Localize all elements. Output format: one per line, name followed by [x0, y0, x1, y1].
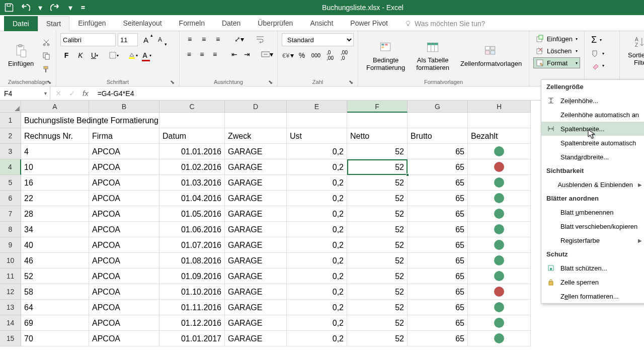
cell[interactable]: 52	[347, 284, 408, 300]
conditional-formatting-button[interactable]: Bedingte Formatierung	[362, 38, 409, 73]
autosum-button[interactable]: Σ▾	[589, 33, 615, 47]
cell[interactable]: Firma	[89, 128, 159, 144]
cell[interactable]: Buchungsliste Bedingte Formatierung	[21, 113, 89, 128]
format-menu-item[interactable]: Ausblenden & Einblenden▶	[541, 177, 644, 192]
row-header-14[interactable]: 14	[0, 315, 21, 331]
cell[interactable]: 52	[347, 175, 408, 191]
cell[interactable]: 0,2	[287, 191, 347, 206]
cell[interactable]: GARAGE	[225, 284, 287, 300]
cell[interactable]: 52	[347, 191, 408, 206]
cell[interactable]: 0,2	[287, 222, 347, 237]
cell[interactable]: 01.09.2016	[159, 268, 225, 284]
align-middle-button[interactable]: ≡	[198, 33, 210, 45]
col-header-H[interactable]: H	[468, 101, 531, 113]
col-header-E[interactable]: E	[287, 101, 347, 113]
cell[interactable]: APCOA	[89, 284, 159, 300]
cell[interactable]: APCOA	[89, 175, 159, 191]
cell[interactable]: 65	[408, 315, 468, 331]
cell[interactable]: Bezahlt	[468, 128, 531, 144]
cell[interactable]: 01.12.2016	[159, 315, 225, 331]
cell[interactable]: APCOA	[89, 144, 159, 159]
align-bottom-button[interactable]: ≡	[212, 33, 224, 45]
cell[interactable]: 52	[347, 300, 408, 315]
cell[interactable]: 01.10.2016	[159, 284, 225, 300]
enter-formula-button[interactable]: ✓	[69, 89, 75, 98]
cell[interactable]	[468, 253, 531, 268]
cell[interactable]: 34	[21, 222, 89, 237]
col-header-A[interactable]: A	[21, 101, 89, 113]
increase-indent-button[interactable]: ⇥	[242, 48, 253, 60]
italic-button[interactable]: K	[74, 49, 87, 61]
cell[interactable]: 64	[21, 300, 89, 315]
format-menu-item[interactable]: Blatt verschieben/kopieren	[541, 219, 644, 233]
cell[interactable]: 65	[408, 222, 468, 237]
cell[interactable]: 01.02.2016	[159, 159, 225, 175]
align-center-button[interactable]: ≡	[197, 48, 208, 60]
cell[interactable]: 52	[21, 268, 89, 284]
name-box[interactable]: F4▼	[0, 86, 50, 100]
launcher-icon[interactable]: ⬊	[348, 79, 354, 85]
cell[interactable]: 69	[21, 315, 89, 331]
cell[interactable]: 0,2	[287, 237, 347, 253]
cell[interactable]: Rechnugs Nr.	[21, 128, 89, 144]
cell[interactable]: APCOA	[89, 159, 159, 175]
font-color-button[interactable]: A▾	[141, 49, 153, 61]
cell[interactable]	[468, 144, 531, 159]
cell[interactable]: APCOA	[89, 300, 159, 315]
format-menu-item[interactable]: Spaltenbreite automatisch	[541, 136, 644, 150]
percent-button[interactable]: %	[296, 49, 308, 61]
cell[interactable]	[89, 113, 159, 128]
cell[interactable]: GARAGE	[225, 268, 287, 284]
cell[interactable]: APCOA	[89, 191, 159, 206]
cell[interactable]: 01.01.2017	[159, 331, 225, 346]
cell[interactable]: 4	[21, 144, 89, 159]
cell[interactable]: GARAGE	[225, 191, 287, 206]
row-header-3[interactable]: 3	[0, 144, 21, 159]
cell[interactable]: GARAGE	[225, 175, 287, 191]
row-header-2[interactable]: 2	[0, 128, 21, 144]
fill-button[interactable]: ▾	[589, 48, 615, 59]
row-header-10[interactable]: 10	[0, 253, 21, 268]
wrap-text-button[interactable]	[254, 33, 266, 45]
cell[interactable]	[159, 113, 225, 128]
row-header-7[interactable]: 7	[0, 206, 21, 222]
cell[interactable]: Datum	[159, 128, 225, 144]
cell[interactable]: 65	[408, 191, 468, 206]
cell[interactable]: 0,2	[287, 300, 347, 315]
redo-button[interactable]	[50, 3, 60, 13]
decrease-decimal-button[interactable]: ,00,0	[338, 49, 350, 61]
cell[interactable]: 65	[408, 331, 468, 346]
col-header-F[interactable]: F	[347, 101, 408, 113]
cell[interactable]: 52	[347, 315, 408, 331]
underline-button[interactable]: U▾	[89, 49, 101, 61]
shrink-font-button[interactable]: A▾	[154, 34, 166, 46]
cell[interactable]	[408, 113, 468, 128]
orientation-button[interactable]: ⤢▾	[233, 33, 245, 45]
cell[interactable]: APCOA	[89, 315, 159, 331]
increase-decimal-button[interactable]: ,0,00	[324, 49, 336, 61]
undo-button[interactable]	[20, 3, 30, 13]
col-header-G[interactable]: G	[408, 101, 468, 113]
cell[interactable]: 0,2	[287, 268, 347, 284]
format-painter-button[interactable]	[41, 64, 52, 75]
cell[interactable]	[468, 300, 531, 315]
cell[interactable]: 52	[347, 159, 408, 175]
tab-formeln[interactable]: Formeln	[171, 16, 213, 31]
cell[interactable]	[225, 113, 287, 128]
tab-powerpivot[interactable]: Power Pivot	[342, 16, 396, 31]
cell[interactable]: 65	[408, 253, 468, 268]
tab-file[interactable]: Datei	[4, 16, 38, 31]
delete-cells-button[interactable]: Löschen▾	[533, 45, 580, 56]
cell[interactable]: 0,2	[287, 315, 347, 331]
cell[interactable]: 52	[347, 268, 408, 284]
cell[interactable]: 65	[408, 284, 468, 300]
cell[interactable]: 65	[408, 268, 468, 284]
cell[interactable]: Zweck	[225, 128, 287, 144]
cell[interactable]: 01.07.2016	[159, 237, 225, 253]
format-menu-item[interactable]: Standardbreite...	[541, 150, 644, 164]
cell[interactable]: GARAGE	[225, 253, 287, 268]
row-header-5[interactable]: 5	[0, 175, 21, 191]
cell[interactable]	[468, 159, 531, 175]
cell[interactable]: 10	[21, 159, 89, 175]
cells-area[interactable]: Buchungsliste Bedingte FormatierungRechn…	[21, 113, 531, 346]
